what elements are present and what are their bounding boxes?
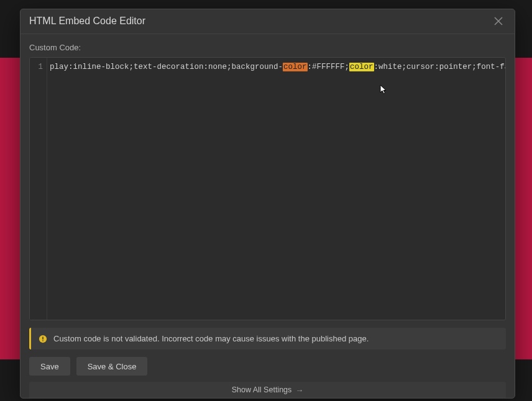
validation-warning: Custom code is not validated. Incorrect … bbox=[29, 328, 506, 349]
warning-text: Custom code is not validated. Incorrect … bbox=[53, 334, 369, 343]
code-highlight-yellow: color bbox=[349, 63, 374, 71]
arrow-right-icon: → bbox=[295, 385, 303, 395]
code-seg: play:inline-block;text-decoration:none;b… bbox=[50, 63, 283, 71]
show-all-label: Show All Settings bbox=[232, 385, 292, 394]
modal-header: HTML Embed Code Editor bbox=[21, 9, 515, 34]
line-gutter: 1 bbox=[30, 58, 47, 320]
save-button[interactable]: Save bbox=[29, 357, 70, 376]
close-icon bbox=[494, 17, 503, 25]
code-editor[interactable]: 1 play:inline-block;text-decoration:none… bbox=[29, 57, 506, 321]
line-number: 1 bbox=[30, 63, 43, 71]
button-row: Save Save & Close bbox=[21, 349, 515, 376]
code-seg: :white;cursor:pointer;font-family: bbox=[374, 63, 505, 71]
code-content[interactable]: play:inline-block;text-decoration:none;b… bbox=[47, 58, 505, 320]
show-all-settings[interactable]: Show All Settings → bbox=[29, 382, 506, 398]
save-close-button[interactable]: Save & Close bbox=[76, 357, 148, 376]
code-seg: :#FFFFFF; bbox=[308, 63, 350, 71]
html-embed-editor-modal: HTML Embed Code Editor Custom Code: 1 pl… bbox=[20, 9, 515, 399]
custom-code-label: Custom Code: bbox=[21, 34, 515, 57]
svg-rect-4 bbox=[42, 340, 43, 341]
warning-icon bbox=[39, 335, 47, 343]
svg-rect-3 bbox=[42, 336, 43, 339]
modal-title: HTML Embed Code Editor bbox=[29, 16, 145, 27]
close-button[interactable] bbox=[491, 14, 506, 29]
code-highlight-orange: color bbox=[283, 63, 308, 71]
